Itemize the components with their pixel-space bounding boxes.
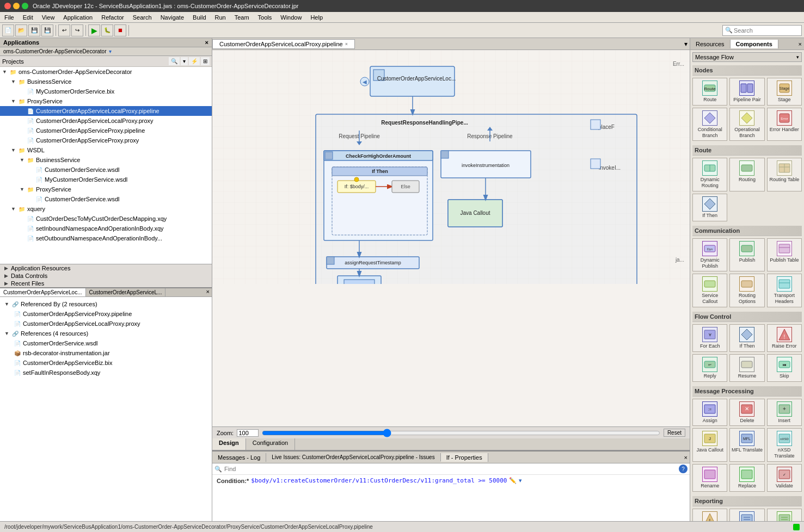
right-panel-close[interactable]: × — [799, 41, 802, 47]
comp-rename[interactable]: Rename — [692, 464, 727, 492]
comp-routing[interactable]: Routing — [729, 158, 764, 191]
tab-dropdown-button[interactable]: ▾ — [684, 40, 688, 48]
tab-close-button[interactable]: × — [345, 41, 348, 47]
comp-dynamic-routing[interactable]: Dynamic Routing — [692, 158, 727, 191]
comp-transport-headers[interactable]: Transport Headers — [767, 274, 802, 307]
comp-alert[interactable]: ! Alert — [692, 509, 727, 521]
comp-conditional-branch[interactable]: Conditional Branch — [692, 108, 727, 141]
menu-run[interactable]: Run — [211, 13, 230, 22]
help-button[interactable]: ? — [679, 465, 688, 473]
comp-route[interactable]: Route Route — [692, 78, 727, 106]
comp-skip[interactable]: ⏭ Skip — [767, 354, 802, 382]
comp-pipeline-pair[interactable]: Pipeline Pair — [729, 78, 764, 106]
comp-stage[interactable]: Stage Stage — [767, 78, 802, 106]
design-tab[interactable]: Design — [212, 438, 246, 450]
tree-mycustomer[interactable]: 📄 MyCustomerOrderService.bix — [0, 86, 212, 96]
new-button[interactable]: 📄 — [2, 24, 14, 36]
editor-tab-pipeline[interactable]: CustomerOrderAppServiceLocalProxy.pipeli… — [212, 39, 355, 49]
tree-proxyservice[interactable]: ▼ 📁 ProxyService — [0, 96, 212, 106]
comp-replace[interactable]: Replace — [729, 464, 764, 492]
menu-file[interactable]: File — [0, 13, 19, 22]
app-dropdown[interactable]: ▾ — [109, 48, 112, 54]
message-flow-dropdown[interactable]: Message Flow ▾ — [692, 52, 802, 62]
comp-routing-options[interactable]: Routing Options — [729, 274, 764, 307]
stop-button[interactable]: ⏹ — [114, 24, 126, 36]
refs-item-1[interactable]: 📄 CustomerOrderService.wsdl — [2, 338, 210, 348]
comp-routing-table[interactable]: Routing Table — [767, 158, 802, 191]
tree-xq1[interactable]: 📄 CustOrderDescToMyCustOrderDescMapping.… — [0, 214, 212, 224]
condition-edit-icon[interactable]: ✏️ — [509, 477, 517, 484]
menu-view[interactable]: View — [38, 13, 59, 22]
comp-error-handler[interactable]: Error Error Handler — [767, 108, 802, 141]
undo-button[interactable]: ↩ — [58, 24, 70, 36]
comp-delete[interactable]: ✕ Delete — [729, 399, 764, 426]
comp-publish-table[interactable]: Publish Table — [767, 238, 802, 272]
menu-window[interactable]: Window — [276, 13, 306, 22]
refby-item-1[interactable]: 📄 CustomerOrderAppServiceProxy.pipeline — [2, 309, 210, 319]
bl-tab-2[interactable]: CustomerOrderAppServiceL... — [86, 288, 166, 296]
refs-item-3[interactable]: 📄 CustomerOrderAppServiceBiz.bix — [2, 358, 210, 368]
components-tab[interactable]: Components — [731, 40, 778, 48]
tree-root[interactable]: ▼ 📁 oms-CustomerOrder-AppServiceDecorato… — [0, 67, 212, 77]
tree-wsdl-bs[interactable]: ▼ 📁 BusinessService — [0, 155, 212, 165]
recent-files-item[interactable]: ▶ Recent Files — [0, 280, 212, 287]
refs-item-4[interactable]: 📄 setFaultInResponseBody.xqy — [2, 368, 210, 378]
tree-localproxy-pipeline[interactable]: 📄 CustomerOrderAppServiceLocalProxy.pipe… — [0, 106, 212, 116]
window-controls[interactable] — [4, 3, 28, 9]
comp-reply[interactable]: ↩ Reply — [692, 354, 727, 382]
menu-edit[interactable]: Edit — [19, 13, 38, 22]
comp-mfl-translate[interactable]: MFL MFL Translate — [729, 428, 764, 462]
comp-dynamic-publish[interactable]: Dyn Dynamic Publish — [692, 238, 727, 272]
menu-refactor[interactable]: Refactor — [97, 13, 128, 22]
comp-insert[interactable]: + Insert — [767, 399, 802, 426]
tree-proxy-pipeline[interactable]: 📄 CustomerOrderAppServiceProxy.pipeline — [0, 126, 212, 135]
bl-close-icon[interactable]: × — [206, 288, 210, 296]
menu-application[interactable]: Application — [59, 13, 97, 22]
panel-collapse-icon[interactable]: × — [205, 39, 208, 46]
zoom-slider[interactable] — [262, 429, 660, 437]
canvas-area[interactable]: CustomerOrderAppServiceLoc... ◀ RequestR… — [212, 50, 690, 426]
tree-xq2[interactable]: 📄 setInboundNamespaceAndOperationInBody.… — [0, 224, 212, 233]
search-proj-button[interactable]: 🔍 — [169, 57, 180, 65]
messages-close-button[interactable]: × — [684, 454, 688, 461]
redo-button[interactable]: ↪ — [71, 24, 83, 36]
menu-help[interactable]: Help — [306, 13, 327, 22]
configuration-tab[interactable]: Configuration — [246, 438, 295, 450]
zoom-reset-button[interactable]: Reset — [664, 429, 685, 437]
tree-co-wsdl[interactable]: 📄 CustomerOrderService.wsdl — [0, 165, 212, 175]
comp-validate[interactable]: ✓ Validate — [767, 464, 802, 492]
resources-tab[interactable]: Resources — [690, 40, 731, 48]
app-resources-item[interactable]: ▶ Application Resources — [0, 264, 212, 272]
msg-tab-issues[interactable]: Live Issues: CustomerOrderAppServiceLoca… — [266, 453, 440, 461]
run-button[interactable]: ▶ — [88, 24, 100, 36]
tree-localproxy-proxy[interactable]: 📄 CustomerOrderAppServiceLocalProxy.prox… — [0, 116, 212, 126]
comp-java-callout[interactable]: J Java Callout — [692, 428, 727, 462]
msg-search-input[interactable] — [224, 466, 677, 472]
comp-publish[interactable]: Publish — [729, 238, 764, 272]
condition-dropdown-icon[interactable]: ▾ — [519, 477, 522, 484]
zoom-input[interactable] — [237, 429, 259, 437]
comp-assign[interactable]: := Assign — [692, 399, 727, 426]
save-all-button[interactable]: 💾 — [41, 24, 53, 36]
close-button[interactable] — [4, 3, 11, 9]
open-button[interactable]: 📂 — [15, 24, 27, 36]
menu-navigate[interactable]: Navigate — [156, 13, 188, 22]
data-controls-item[interactable]: ▶ Data Controls — [0, 272, 212, 280]
save-button[interactable]: 💾 — [28, 24, 40, 36]
proj-dropdown-button[interactable]: ▾ — [181, 57, 188, 65]
msg-tab-properties[interactable]: If - Properties — [441, 453, 488, 462]
debug-button[interactable]: 🐛 — [101, 24, 113, 36]
menu-team[interactable]: Team — [230, 13, 254, 22]
comp-if-then-route[interactable]: If Then — [692, 194, 727, 221]
refs-header[interactable]: ▼ 🔗 References (4 resources) — [2, 329, 210, 338]
tree-xquery[interactable]: ▼ 📁 xquery — [0, 204, 212, 214]
comp-report[interactable]: Report — [767, 509, 802, 521]
tree-businessservice[interactable]: ▼ 📁 BusinessService — [0, 77, 212, 86]
refs-item-2[interactable]: 📦 rsb-decorator-instrumentation.jar — [2, 348, 210, 358]
comp-service-callout[interactable]: Service Callout — [692, 274, 727, 307]
msg-tab-log[interactable]: Messages - Log — [212, 453, 266, 462]
comp-if-then-flow[interactable]: If Then — [729, 324, 764, 352]
tree-xq3[interactable]: 📄 setOutboundNamespaceAndOperationInBody… — [0, 233, 212, 243]
maximize-button[interactable] — [22, 3, 28, 9]
tree-wsdl[interactable]: ▼ 📁 WSDL — [0, 145, 212, 155]
